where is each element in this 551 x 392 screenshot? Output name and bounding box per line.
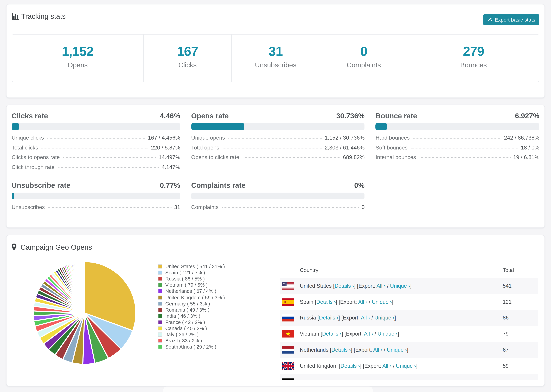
legend-swatch [158, 301, 162, 306]
tracking-stats-page: Tracking stats Export basic stats 1,152 … [0, 0, 551, 392]
export-unique-link[interactable]: Unique › [390, 283, 410, 289]
export-all-link[interactable]: All › [361, 315, 370, 321]
rate-row: Unsubscribes31 [12, 204, 180, 214]
rate-title: Complaints rate [191, 181, 245, 189]
details-link[interactable]: Details › [340, 363, 360, 369]
stat-value: 0 [360, 44, 367, 59]
rate-title: Opens rate [191, 112, 229, 120]
stat-label: Clicks [178, 61, 197, 69]
legend-item: Germany ( 55 / 3% ) [158, 301, 225, 307]
legend-item: Italy ( 36 / 2% ) [158, 331, 225, 338]
rate-row: Soft bounces18 / 0% [376, 145, 539, 154]
export-unique-link[interactable]: Unique › [374, 315, 395, 321]
geo-opens-pie-chart [30, 258, 139, 368]
stat-bounces: 279 Bounces [408, 35, 539, 82]
legend-swatch [158, 264, 162, 268]
bar-chart-icon [12, 13, 19, 20]
geo-table-row-us: United States [Details ›] [Export: All ›… [280, 278, 538, 294]
stat-value: 279 [463, 44, 484, 59]
rate-title: Bounce rate [376, 112, 417, 120]
export-icon [487, 17, 492, 22]
export-all-link[interactable]: All › [382, 363, 391, 369]
export-unique-link[interactable]: Unique › [377, 331, 397, 337]
legend-item: India ( 46 / 3% ) [158, 313, 225, 319]
rate-title: Clicks rate [12, 112, 48, 120]
rate-progress-bar [12, 193, 180, 199]
legend-item: United States ( 541 / 31% ) [158, 263, 225, 270]
stat-label: Bounces [460, 61, 487, 69]
geo-table-row-gb: United Kingdom [Details ›] [Export: All … [280, 358, 538, 374]
stat-unsubscribes: 31 Unsubscribes [231, 35, 319, 82]
details-link[interactable]: Details › [316, 299, 336, 305]
total-cell: 541 [503, 283, 538, 289]
rate-row: Click through rate4.147% [12, 164, 180, 174]
export-all-link[interactable]: All › [376, 283, 386, 289]
stat-label: Unsubscribes [255, 61, 296, 69]
rate-progress-bar [376, 123, 539, 130]
legend-item: United Kingdom ( 59 / 3% ) [158, 294, 225, 301]
map-pin-icon [12, 243, 17, 251]
rate-row: Unique opens1,152 / 30.736% [191, 135, 365, 145]
flag-nl-icon [282, 346, 294, 354]
legend-item: Spain ( 121 / 7% ) [158, 270, 225, 276]
geo-table-row-es: Spain [Details ›] [Export: All › / Uniqu… [280, 294, 538, 310]
export-all-link[interactable]: All › [373, 347, 382, 353]
pie-legend: United States ( 541 / 31% ) Spain ( 121 … [158, 263, 225, 350]
country-cell: Vietnam [Details ›] [Export: All › / Uni… [280, 331, 503, 337]
stat-clicks: 167 Clicks [143, 35, 231, 82]
geo-table-row-ru: Russia [Details ›] [Export: All › / Uniq… [280, 310, 538, 326]
country-column-header: Country [280, 267, 503, 273]
details-link[interactable]: Details › [331, 347, 351, 353]
export-unique-link[interactable]: Unique › [396, 363, 416, 369]
geo-table-row-de: Germany [Details ›] [Export: All › / Uni… [280, 374, 538, 380]
details-link[interactable]: Details › [322, 331, 342, 337]
legend-swatch [158, 326, 162, 330]
total-cell: 67 [503, 347, 538, 353]
export-all-link[interactable]: All › [364, 331, 373, 337]
flag-ru-icon [282, 314, 294, 322]
legend-swatch [158, 295, 162, 300]
legend-swatch [158, 314, 162, 318]
rate-row: Clicks to opens rate14.497% [12, 154, 180, 164]
rate-row: Internal bounces19 / 6.81% [376, 154, 539, 164]
geo-opens-table: Country Total United States [Details ›] … [280, 262, 538, 380]
export-unique-link[interactable]: Unique › [387, 347, 407, 353]
stat-value: 167 [177, 44, 198, 59]
legend-swatch [158, 332, 162, 336]
rate-row: Opens to clicks rate689.82% [191, 154, 365, 164]
export-unique-link[interactable]: Unique › [372, 299, 392, 305]
rate-row: Unique clicks167 / 4.456% [12, 135, 180, 145]
page-title: Tracking stats [21, 12, 66, 20]
total-cell: 59 [503, 363, 538, 369]
export-all-link[interactable]: All › [366, 379, 375, 380]
stat-label: Opens [68, 61, 88, 69]
rate-percent: 4.46% [160, 112, 180, 120]
tracking-stats-header: Tracking stats Export basic stats [7, 4, 544, 28]
rate-percent: 30.736% [336, 112, 365, 120]
flag-es-icon [282, 298, 294, 306]
geo-card-title: Campaign Geo Opens [21, 243, 92, 251]
export-all-link[interactable]: All › [358, 299, 367, 305]
total-cell: 79 [503, 331, 538, 337]
details-link[interactable]: Details › [335, 283, 354, 289]
rate-section-unsubscribe-rate: Unsubscribe rate 0.77% Unsubscribes31 [12, 180, 180, 214]
rate-progress-bar [12, 123, 180, 130]
legend-swatch [158, 308, 162, 312]
legend-item: Vietnam ( 79 / 5% ) [158, 282, 225, 288]
legend-item: Brazil ( 33 / 2% ) [158, 338, 225, 344]
details-link[interactable]: Details › [319, 315, 339, 321]
geo-table-header: Country Total [280, 262, 538, 278]
total-cell: 86 [503, 315, 538, 321]
stats-summary-row: 1,152 Opens 167 Clicks 31 Unsubscribes 0… [12, 34, 539, 82]
rate-progress-bar [191, 193, 365, 199]
details-link[interactable]: Details › [325, 379, 344, 380]
stat-label: Complaints [347, 61, 381, 69]
country-cell: United States [Details ›] [Export: All ›… [280, 283, 503, 289]
rate-row: Total opens2,303 / 61.446% [191, 145, 365, 154]
stat-value: 1,152 [62, 44, 93, 59]
export-unique-link[interactable]: Unique › [380, 379, 400, 380]
tracking-stats-card: Tracking stats Export basic stats 1,152 … [6, 4, 545, 98]
geo-card-header: Campaign Geo Opens [7, 235, 544, 259]
export-basic-stats-button[interactable]: Export basic stats [483, 14, 539, 25]
flag-us-icon [282, 282, 294, 290]
